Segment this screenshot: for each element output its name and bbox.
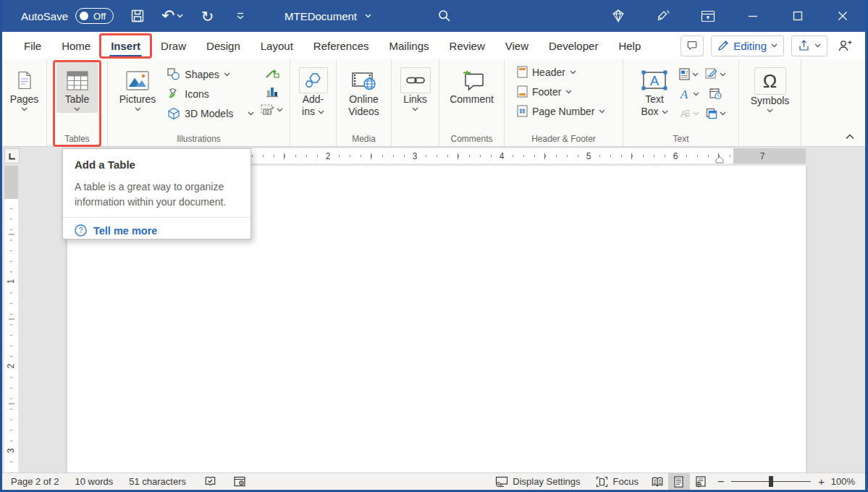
- screenshot-button[interactable]: [261, 101, 283, 119]
- quick-parts-button[interactable]: [678, 65, 699, 83]
- tab-insert[interactable]: Insert: [101, 32, 151, 59]
- page-indicator[interactable]: Page 2 of 2: [9, 473, 67, 491]
- close-button[interactable]: [833, 5, 852, 27]
- svg-text:A: A: [679, 88, 688, 100]
- focus-mode-button[interactable]: Focus: [588, 473, 646, 491]
- new-comment-button[interactable]: Comment: [444, 62, 499, 107]
- group-illustrations: Pictures Shapes Icons 3D Mod: [108, 59, 290, 146]
- group-label-tables: Tables: [47, 131, 107, 146]
- read-mode-button[interactable]: [646, 473, 668, 491]
- status-bar-right: Display Settings Focus − +: [494, 473, 858, 491]
- customize-toolbar-button[interactable]: [231, 5, 250, 27]
- presence-people-button[interactable]: [835, 39, 855, 52]
- autosave-switch[interactable]: Off: [75, 8, 114, 24]
- tab-design[interactable]: Design: [196, 32, 250, 59]
- pages-button[interactable]: Pages: [5, 62, 44, 113]
- proofing-status-button[interactable]: [194, 473, 227, 491]
- date-time-button[interactable]: [705, 85, 726, 103]
- premium-button[interactable]: [609, 5, 628, 27]
- editing-mode-label: Editing: [733, 40, 767, 52]
- signature-line-icon: [705, 68, 717, 80]
- icons-button[interactable]: Icons: [164, 84, 258, 103]
- zoom-slider-handle[interactable]: [769, 476, 773, 487]
- share-button[interactable]: [791, 35, 827, 56]
- ribbon-tab-bar: File Home Insert Draw Design Layout Refe…: [2, 32, 865, 59]
- tab-view[interactable]: View: [495, 32, 539, 59]
- display-settings-button[interactable]: Display Settings: [494, 473, 588, 491]
- illustrations-icon-column: [261, 62, 283, 119]
- autosave-label: AutoSave: [21, 10, 68, 22]
- search-button[interactable]: [437, 9, 452, 23]
- maximize-button[interactable]: [788, 5, 807, 27]
- text-box-button[interactable]: A Text Box: [636, 62, 673, 119]
- print-layout-button[interactable]: [668, 473, 690, 491]
- editing-mode-button[interactable]: Editing: [711, 35, 784, 56]
- help-circle-icon: ?: [75, 224, 87, 237]
- web-layout-button[interactable]: [690, 473, 712, 491]
- status-bar: Page 2 of 2 10 words 51 characters Displ…: [2, 472, 865, 490]
- 3d-models-button[interactable]: 3D Models: [164, 103, 258, 123]
- undo-button[interactable]: ↶: [161, 5, 183, 27]
- illustrations-column: Shapes Icons 3D Models: [164, 62, 258, 123]
- document-title-button[interactable]: MTEDocument: [285, 0, 371, 32]
- comments-button[interactable]: [681, 35, 704, 56]
- maximize-icon: [793, 11, 803, 21]
- autosave-toggle[interactable]: AutoSave Off: [21, 8, 114, 24]
- chevron-up-icon: [846, 134, 854, 140]
- macro-recording-button[interactable]: [227, 473, 253, 491]
- object-button[interactable]: [705, 104, 726, 122]
- chevron-down-icon: [693, 92, 699, 96]
- tab-mailings[interactable]: Mailings: [379, 32, 439, 59]
- pictures-button[interactable]: Pictures: [114, 62, 161, 113]
- wordart-button[interactable]: A: [678, 85, 699, 103]
- character-count[interactable]: 51 characters: [121, 473, 194, 491]
- tab-draw[interactable]: Draw: [151, 32, 196, 59]
- tooltip-body: A table is a great way to organize infor…: [75, 179, 239, 210]
- zoom-level[interactable]: 100%: [830, 476, 858, 487]
- whats-new-button[interactable]: [654, 5, 673, 27]
- table-tooltip: Add a Table A table is a great way to or…: [62, 148, 251, 239]
- zoom-out-button[interactable]: −: [717, 475, 724, 488]
- chevron-down-icon: [365, 14, 371, 18]
- ruler-number: 2: [324, 148, 333, 164]
- save-button[interactable]: [128, 5, 147, 27]
- word-count[interactable]: 10 words: [67, 473, 122, 491]
- right-indent-marker[interactable]: [715, 156, 724, 164]
- tab-help[interactable]: Help: [608, 32, 651, 59]
- autosave-state: Off: [93, 11, 106, 22]
- symbols-button[interactable]: Ω Symbols: [746, 62, 795, 114]
- chevron-down-icon: [565, 90, 572, 94]
- drop-cap-button[interactable]: A: [678, 104, 699, 122]
- table-button[interactable]: Table: [56, 62, 98, 113]
- chevron-down-icon: [570, 70, 576, 75]
- tab-developer[interactable]: Developer: [539, 32, 608, 59]
- tab-review[interactable]: Review: [439, 32, 495, 59]
- signature-line-button[interactable]: [705, 65, 726, 83]
- chart-button[interactable]: [261, 82, 283, 101]
- minimize-button[interactable]: [743, 5, 762, 27]
- tab-layout[interactable]: Layout: [250, 32, 303, 59]
- shapes-button[interactable]: Shapes: [164, 64, 258, 84]
- add-ins-button[interactable]: Add- ins: [294, 62, 333, 119]
- group-label-illustrations: Illustrations: [108, 131, 290, 146]
- tab-file[interactable]: File: [14, 32, 51, 59]
- ribbon-display-options-button[interactable]: [699, 5, 717, 27]
- footer-button[interactable]: Footer: [513, 82, 576, 101]
- chevron-down-icon: [21, 107, 28, 111]
- tab-references[interactable]: References: [303, 32, 379, 59]
- vertical-ruler[interactable]: 1 2 3: [4, 166, 18, 472]
- chevron-down-icon: [720, 72, 726, 77]
- collapse-ribbon-button[interactable]: [842, 130, 858, 143]
- header-button[interactable]: Header: [513, 62, 580, 82]
- smartart-button[interactable]: [261, 64, 283, 82]
- redo-button[interactable]: ↻: [198, 5, 216, 27]
- zoom-slider[interactable]: [731, 476, 811, 488]
- online-videos-button[interactable]: Online Videos: [343, 62, 384, 119]
- title-bar-controls: [609, 0, 852, 32]
- zoom-in-button[interactable]: +: [818, 475, 825, 488]
- tab-home[interactable]: Home: [51, 32, 101, 59]
- tell-me-more-link[interactable]: ? Tell me more: [75, 224, 239, 237]
- minimize-icon: [748, 11, 758, 21]
- page-number-button[interactable]: Page Number: [513, 101, 609, 121]
- links-button[interactable]: Links: [395, 62, 436, 113]
